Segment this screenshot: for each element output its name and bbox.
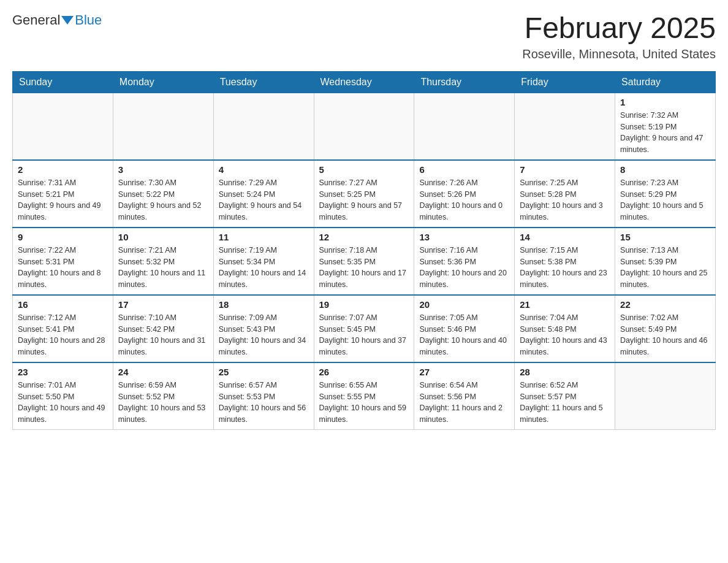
day-cell: 27Sunrise: 6:54 AMSunset: 5:56 PMDayligh… [414, 362, 515, 430]
day-info: Sunrise: 7:25 AMSunset: 5:28 PMDaylight:… [520, 177, 610, 223]
day-cell [414, 93, 515, 160]
day-info: Sunrise: 7:19 AMSunset: 5:34 PMDaylight:… [219, 245, 309, 291]
day-number: 2 [18, 164, 108, 175]
day-info: Sunrise: 7:32 AMSunset: 5:19 PMDaylight:… [620, 110, 710, 156]
day-cell: 19Sunrise: 7:07 AMSunset: 5:45 PMDayligh… [314, 295, 414, 362]
day-cell [314, 93, 414, 160]
day-number: 28 [520, 367, 610, 377]
weekday-header-wednesday: Wednesday [314, 71, 414, 93]
day-cell: 5Sunrise: 7:27 AMSunset: 5:25 PMDaylight… [314, 160, 414, 228]
day-cell: 8Sunrise: 7:23 AMSunset: 5:29 PMDaylight… [615, 160, 716, 228]
day-cell: 25Sunrise: 6:57 AMSunset: 5:53 PMDayligh… [213, 362, 314, 430]
day-info: Sunrise: 7:07 AMSunset: 5:45 PMDaylight:… [319, 312, 409, 358]
day-cell: 12Sunrise: 7:18 AMSunset: 5:35 PMDayligh… [314, 228, 414, 295]
week-row-5: 23Sunrise: 7:01 AMSunset: 5:50 PMDayligh… [13, 362, 716, 430]
day-number: 21 [520, 299, 610, 310]
day-number: 9 [18, 232, 108, 242]
location-text: Roseville, Minnesota, United States [522, 47, 716, 61]
day-cell: 1Sunrise: 7:32 AMSunset: 5:19 PMDaylight… [615, 93, 716, 160]
day-cell: 6Sunrise: 7:26 AMSunset: 5:26 PMDaylight… [414, 160, 515, 228]
title-area: February 2025 Roseville, Minnesota, Unit… [522, 12, 716, 61]
day-info: Sunrise: 7:21 AMSunset: 5:32 PMDaylight:… [118, 245, 208, 291]
day-info: Sunrise: 7:02 AMSunset: 5:49 PMDaylight:… [620, 312, 710, 358]
calendar-table: SundayMondayTuesdayWednesdayThursdayFrid… [12, 71, 716, 430]
day-number: 23 [18, 367, 108, 377]
day-info: Sunrise: 7:29 AMSunset: 5:24 PMDaylight:… [219, 177, 309, 223]
day-info: Sunrise: 7:22 AMSunset: 5:31 PMDaylight:… [18, 245, 108, 291]
logo: General Blue [12, 12, 102, 28]
day-info: Sunrise: 6:52 AMSunset: 5:57 PMDaylight:… [520, 380, 610, 426]
day-info: Sunrise: 6:54 AMSunset: 5:56 PMDaylight:… [419, 380, 509, 426]
day-number: 12 [319, 232, 409, 242]
weekday-header-monday: Monday [113, 71, 213, 93]
day-number: 25 [219, 367, 309, 377]
day-cell: 24Sunrise: 6:59 AMSunset: 5:52 PMDayligh… [113, 362, 213, 430]
logo-triangle-icon [61, 16, 74, 25]
week-row-4: 16Sunrise: 7:12 AMSunset: 5:41 PMDayligh… [13, 295, 716, 362]
week-row-1: 1Sunrise: 7:32 AMSunset: 5:19 PMDaylight… [13, 93, 716, 160]
day-cell: 2Sunrise: 7:31 AMSunset: 5:21 PMDaylight… [13, 160, 113, 228]
day-number: 17 [118, 299, 208, 310]
day-cell: 18Sunrise: 7:09 AMSunset: 5:43 PMDayligh… [213, 295, 314, 362]
page-header: General Blue February 2025 Roseville, Mi… [12, 12, 716, 61]
day-number: 1 [620, 97, 710, 107]
day-number: 27 [419, 367, 509, 377]
day-number: 13 [419, 232, 509, 242]
day-cell [113, 93, 213, 160]
day-cell: 3Sunrise: 7:30 AMSunset: 5:22 PMDaylight… [113, 160, 213, 228]
day-number: 19 [319, 299, 409, 310]
weekday-header-sunday: Sunday [13, 71, 113, 93]
day-number: 7 [520, 164, 610, 175]
day-cell: 28Sunrise: 6:52 AMSunset: 5:57 PMDayligh… [515, 362, 615, 430]
day-cell [213, 93, 314, 160]
day-info: Sunrise: 7:30 AMSunset: 5:22 PMDaylight:… [118, 177, 208, 223]
day-info: Sunrise: 7:26 AMSunset: 5:26 PMDaylight:… [419, 177, 509, 223]
day-cell: 7Sunrise: 7:25 AMSunset: 5:28 PMDaylight… [515, 160, 615, 228]
week-row-2: 2Sunrise: 7:31 AMSunset: 5:21 PMDaylight… [13, 160, 716, 228]
day-number: 15 [620, 232, 710, 242]
day-cell: 14Sunrise: 7:15 AMSunset: 5:38 PMDayligh… [515, 228, 615, 295]
day-cell [515, 93, 615, 160]
day-number: 10 [118, 232, 208, 242]
day-cell [13, 93, 113, 160]
day-info: Sunrise: 6:59 AMSunset: 5:52 PMDaylight:… [118, 380, 208, 426]
day-cell: 16Sunrise: 7:12 AMSunset: 5:41 PMDayligh… [13, 295, 113, 362]
day-cell: 15Sunrise: 7:13 AMSunset: 5:39 PMDayligh… [615, 228, 716, 295]
day-info: Sunrise: 7:04 AMSunset: 5:48 PMDaylight:… [520, 312, 610, 358]
day-cell: 17Sunrise: 7:10 AMSunset: 5:42 PMDayligh… [113, 295, 213, 362]
day-info: Sunrise: 6:55 AMSunset: 5:55 PMDaylight:… [319, 380, 409, 426]
day-cell: 26Sunrise: 6:55 AMSunset: 5:55 PMDayligh… [314, 362, 414, 430]
day-number: 8 [620, 164, 710, 175]
day-cell: 4Sunrise: 7:29 AMSunset: 5:24 PMDaylight… [213, 160, 314, 228]
weekday-header-saturday: Saturday [615, 71, 716, 93]
day-cell: 13Sunrise: 7:16 AMSunset: 5:36 PMDayligh… [414, 228, 515, 295]
day-cell: 11Sunrise: 7:19 AMSunset: 5:34 PMDayligh… [213, 228, 314, 295]
day-number: 3 [118, 164, 208, 175]
day-info: Sunrise: 7:01 AMSunset: 5:50 PMDaylight:… [18, 380, 108, 426]
weekday-header-tuesday: Tuesday [213, 71, 314, 93]
month-title: February 2025 [522, 12, 716, 45]
logo-blue-text: Blue [75, 12, 102, 28]
logo-general-text: General [12, 12, 60, 28]
day-info: Sunrise: 7:31 AMSunset: 5:21 PMDaylight:… [18, 177, 108, 223]
day-info: Sunrise: 6:57 AMSunset: 5:53 PMDaylight:… [219, 380, 309, 426]
weekday-header-thursday: Thursday [414, 71, 515, 93]
day-cell [615, 362, 716, 430]
day-info: Sunrise: 7:12 AMSunset: 5:41 PMDaylight:… [18, 312, 108, 358]
day-info: Sunrise: 7:23 AMSunset: 5:29 PMDaylight:… [620, 177, 710, 223]
day-cell: 22Sunrise: 7:02 AMSunset: 5:49 PMDayligh… [615, 295, 716, 362]
day-info: Sunrise: 7:10 AMSunset: 5:42 PMDaylight:… [118, 312, 208, 358]
day-info: Sunrise: 7:18 AMSunset: 5:35 PMDaylight:… [319, 245, 409, 291]
weekday-header-friday: Friday [515, 71, 615, 93]
day-number: 14 [520, 232, 610, 242]
day-cell: 20Sunrise: 7:05 AMSunset: 5:46 PMDayligh… [414, 295, 515, 362]
day-number: 20 [419, 299, 509, 310]
day-number: 16 [18, 299, 108, 310]
day-cell: 10Sunrise: 7:21 AMSunset: 5:32 PMDayligh… [113, 228, 213, 295]
day-number: 24 [118, 367, 208, 377]
day-number: 22 [620, 299, 710, 310]
day-number: 11 [219, 232, 309, 242]
week-row-3: 9Sunrise: 7:22 AMSunset: 5:31 PMDaylight… [13, 228, 716, 295]
day-number: 18 [219, 299, 309, 310]
day-info: Sunrise: 7:13 AMSunset: 5:39 PMDaylight:… [620, 245, 710, 291]
